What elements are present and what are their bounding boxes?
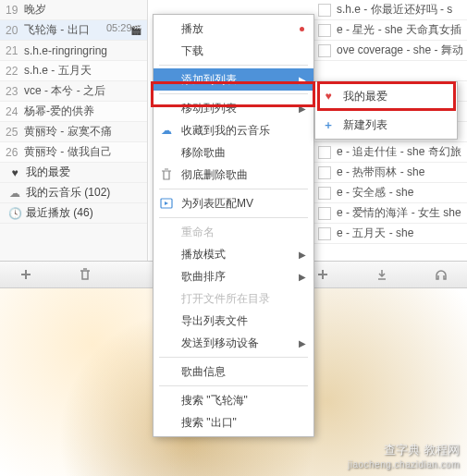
- headphone-button[interactable]: [430, 265, 452, 284]
- menu-send-mobile[interactable]: 发送到移动设备▶: [154, 332, 313, 354]
- chevron-right-icon: ▶: [299, 338, 306, 348]
- trash-button[interactable]: [74, 265, 96, 284]
- track-row[interactable]: 26黄丽玲 - 做我自己: [0, 142, 147, 163]
- track-row[interactable]: 21s.h.e-ringringring: [0, 41, 147, 61]
- track-num: 23: [6, 85, 24, 98]
- right-track-name: e - 爱情的海洋 - 女生 she: [337, 205, 461, 221]
- menu-separator: [159, 189, 308, 189]
- track-row[interactable]: 25黄丽玲 - 寂寞不痛: [0, 122, 147, 142]
- checkbox[interactable]: [318, 44, 331, 57]
- menu-label: 重命名: [181, 225, 215, 240]
- add-button-2[interactable]: [312, 265, 334, 284]
- menu-sort[interactable]: 歌曲排序▶: [154, 265, 313, 287]
- menu-label: 打开文件所在目录: [181, 291, 270, 307]
- submenu-add-to-list: ♥我的最爱 ＋新建列表: [314, 81, 458, 140]
- track-num: 24: [6, 105, 24, 118]
- menu-label: 彻底删除歌曲: [181, 167, 248, 183]
- playlist-cloud[interactable]: ☁我的云音乐 (102): [0, 183, 147, 203]
- menu-label: 为列表匹配MV: [181, 196, 253, 212]
- menu-open-folder: 打开文件所在目录: [154, 287, 313, 310]
- menu-download[interactable]: 下载: [154, 40, 313, 62]
- right-track-row[interactable]: e - 五月天 - she: [314, 224, 467, 244]
- track-row[interactable]: 23vce - 本兮 - 之后: [0, 81, 147, 102]
- menu-separator: [159, 93, 308, 94]
- right-track-row[interactable]: e - 爱情的海洋 - 女生 she: [314, 203, 467, 224]
- menu-label: 移动到列表: [181, 101, 237, 116]
- right-track-row[interactable]: s.h.e - 你最近还好吗 - s: [314, 0, 467, 20]
- menu-label: 播放模式: [181, 247, 226, 262]
- playlist-my-fav[interactable]: ♥我的最爱: [0, 163, 147, 183]
- checkbox[interactable]: [318, 146, 331, 159]
- checkbox[interactable]: [318, 227, 331, 240]
- checkbox[interactable]: [318, 187, 331, 200]
- track-name: s.h.e - 五月天: [24, 63, 141, 79]
- submenu-my-fav[interactable]: ♥我的最爱: [315, 85, 457, 107]
- menu-play[interactable]: 播放: [154, 18, 313, 40]
- right-track-name: e - 追走什佳 - she 奇幻旅: [337, 144, 461, 160]
- dot-icon: [300, 27, 304, 31]
- right-track-row[interactable]: e - 热带雨林 - she: [314, 163, 467, 183]
- menu-play-mode[interactable]: 播放模式▶: [154, 243, 313, 265]
- right-track-row[interactable]: [314, 61, 467, 81]
- heart-icon: ♥: [7, 166, 22, 179]
- right-track-row[interactable]: ove coverage - she - 舞动精: [314, 41, 467, 61]
- heart-icon: ♥: [321, 89, 336, 104]
- track-duration: 05:29: [106, 22, 132, 33]
- plus-icon: ＋: [321, 117, 336, 132]
- menu-label: 搜索 "飞轮海": [181, 393, 248, 409]
- track-name: 晚岁: [24, 2, 141, 18]
- right-track-row[interactable]: e - 星光 - she 天命真女插: [314, 20, 467, 41]
- playlist-recent[interactable]: 🕓最近播放 (46): [0, 203, 147, 224]
- right-track-name: s.h.e - 你最近还好吗 - s: [337, 2, 452, 18]
- checkbox[interactable]: [318, 4, 331, 17]
- context-menu: 播放 下载 添加到列表▶ 移动到列表▶ ☁收藏到我的云音乐 移除歌曲 彻底删除歌…: [153, 14, 314, 437]
- checkbox[interactable]: [318, 207, 331, 220]
- right-track-name: e - 五月天 - she: [337, 226, 413, 241]
- right-track-name: e - 热带雨林 - she: [337, 165, 424, 180]
- checkbox[interactable]: [318, 166, 331, 179]
- menu-search-2[interactable]: 搜索 "出口": [154, 411, 313, 433]
- track-row[interactable]: 24杨幂-爱的供养: [0, 102, 147, 122]
- watermark: 查字典 教程网 jiaocheng.chazidian.com: [348, 443, 460, 470]
- menu-label: 新建列表: [343, 117, 387, 133]
- menu-delete-song[interactable]: 彻底删除歌曲: [154, 164, 313, 186]
- chevron-right-icon: ▶: [299, 250, 306, 260]
- right-track-name: ove coverage - she - 舞动精: [337, 43, 463, 58]
- right-track-row[interactable]: e - 安全感 - she: [314, 183, 467, 203]
- chevron-right-icon: ▶: [299, 75, 306, 85]
- playlist-label: 最近播放 (46): [26, 205, 93, 221]
- add-button[interactable]: [15, 265, 37, 284]
- menu-remove-song[interactable]: 移除歌曲: [154, 141, 313, 164]
- menu-label: 添加到列表: [181, 72, 237, 88]
- menu-song-info[interactable]: 歌曲信息: [154, 360, 313, 383]
- track-name: 黄丽玲 - 做我自己: [24, 144, 141, 160]
- menu-search-1[interactable]: 搜索 "飞轮海": [154, 389, 313, 411]
- cloud-icon: ☁: [7, 187, 22, 200]
- watermark-main: 查字典 教程网: [348, 443, 460, 458]
- menu-move-to-list[interactable]: 移动到列表▶: [154, 97, 313, 119]
- menu-match-mv[interactable]: 为列表匹配MV: [154, 192, 313, 214]
- right-track-name: e - 安全感 - she: [337, 185, 413, 201]
- menu-separator: [159, 217, 308, 218]
- track-row[interactable]: 19晚岁: [0, 0, 147, 20]
- menu-fav-cloud[interactable]: ☁收藏到我的云音乐: [154, 119, 313, 141]
- menu-separator: [321, 110, 451, 111]
- download-button[interactable]: [371, 265, 393, 284]
- submenu-new-list[interactable]: ＋新建列表: [315, 114, 457, 136]
- menu-separator: [159, 65, 308, 66]
- menu-label: 导出列表文件: [181, 313, 248, 329]
- menu-label: 搜索 "出口": [181, 415, 237, 431]
- menu-export-list[interactable]: 导出列表文件: [154, 310, 313, 332]
- track-num: 22: [6, 65, 24, 78]
- menu-add-to-list[interactable]: 添加到列表▶: [154, 68, 313, 91]
- menu-label: 我的最爱: [343, 89, 387, 104]
- checkbox[interactable]: [318, 24, 331, 37]
- menu-separator: [159, 385, 308, 386]
- menu-label: 发送到移动设备: [181, 336, 259, 351]
- menu-label: 歌曲信息: [181, 364, 226, 380]
- right-track-row[interactable]: e - 追走什佳 - she 奇幻旅: [314, 142, 467, 163]
- cloud-icon: ☁: [159, 123, 174, 138]
- track-row[interactable]: 22s.h.e - 五月天: [0, 61, 147, 81]
- track-name: s.h.e-ringringring: [24, 44, 141, 57]
- mv-icon: [159, 196, 174, 211]
